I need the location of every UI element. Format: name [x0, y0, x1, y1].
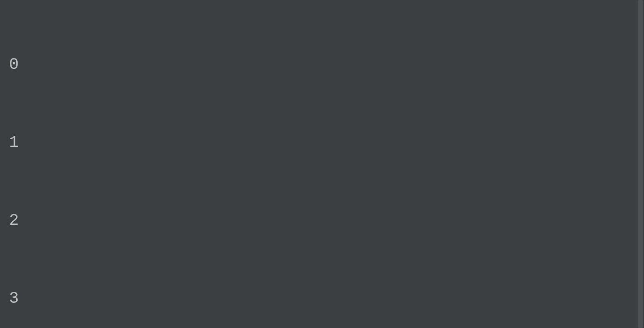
scrollbar-thumb[interactable]: [638, 0, 643, 328]
scrollbar-track[interactable]: [637, 0, 644, 328]
output-line: 2: [9, 208, 635, 234]
output-line: 1: [9, 130, 635, 156]
console-output: 0 1 2 3 4 5 6 7 8 9 Process finished wit…: [9, 0, 635, 328]
output-line: 0: [9, 52, 635, 78]
output-line: 3: [9, 286, 635, 312]
